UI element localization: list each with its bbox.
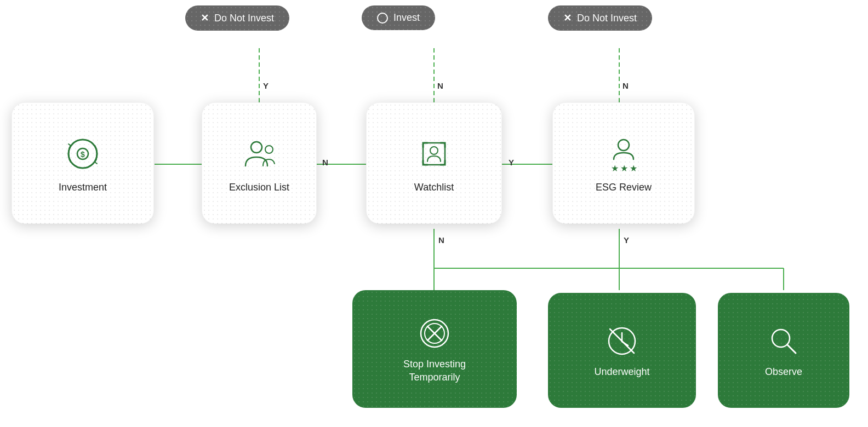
observe-node: Observe <box>718 293 849 408</box>
svg-point-17 <box>251 142 262 153</box>
svg-point-21 <box>618 140 629 151</box>
stop-investing-label: Stop Investing Temporarily <box>403 358 466 384</box>
invest-node: Invest <box>362 5 435 30</box>
esg-review-node: ★ ★ ★ ESG Review <box>552 102 695 224</box>
edge-label-y1: Y <box>263 81 269 90</box>
investment-label: Investment <box>59 181 107 194</box>
stop-investing-node: Stop Investing Temporarily <box>352 290 517 408</box>
investment-node: $ Investment <box>12 102 154 224</box>
investment-icon: $ <box>61 132 105 176</box>
edge-label-y-watch: Y <box>509 158 514 167</box>
svg-text:$: $ <box>81 150 85 159</box>
esg-review-label: ESG Review <box>596 181 652 194</box>
exclusion-list-icon <box>237 132 281 176</box>
esg-review-icon: ★ ★ ★ <box>602 132 646 176</box>
svg-text:★: ★ <box>620 164 628 173</box>
do-not-invest-node-1: ✕ Do Not Invest <box>185 5 289 31</box>
edge-label-n2: N <box>623 81 629 90</box>
exclusion-list-label: Exclusion List <box>229 181 289 194</box>
do-not-invest-label-1: Do Not Invest <box>214 13 274 24</box>
edge-label-n3: N <box>438 235 444 245</box>
investment-flow-diagram: ✕ Do Not Invest Invest ✕ Do Not Invest Y… <box>0 0 868 427</box>
svg-line-34 <box>787 345 796 353</box>
edge-label-n1: N <box>437 81 443 90</box>
invest-label: Invest <box>393 12 420 24</box>
circle-icon <box>377 13 388 24</box>
svg-point-18 <box>265 146 273 153</box>
exclusion-list-node: Exclusion List <box>202 102 317 224</box>
observe-label: Observe <box>765 366 802 378</box>
observe-icon <box>764 322 803 360</box>
edge-label-n-excl: N <box>322 158 328 167</box>
x-icon-2: ✕ <box>563 12 572 24</box>
stop-investing-icon <box>415 314 454 353</box>
svg-point-20 <box>430 147 438 154</box>
do-not-invest-label-2: Do Not Invest <box>577 13 637 24</box>
watchlist-node: Watchlist <box>366 102 502 224</box>
underweight-icon <box>603 322 641 360</box>
watchlist-label: Watchlist <box>414 181 454 194</box>
x-icon-1: ✕ <box>201 12 209 24</box>
edge-label-y2: Y <box>624 235 629 245</box>
underweight-label: Underweight <box>594 366 649 378</box>
svg-text:★: ★ <box>630 164 637 173</box>
watchlist-icon <box>412 132 456 176</box>
svg-text:★: ★ <box>611 164 619 173</box>
do-not-invest-node-2: ✕ Do Not Invest <box>548 5 652 31</box>
underweight-node: Underweight <box>548 293 696 408</box>
